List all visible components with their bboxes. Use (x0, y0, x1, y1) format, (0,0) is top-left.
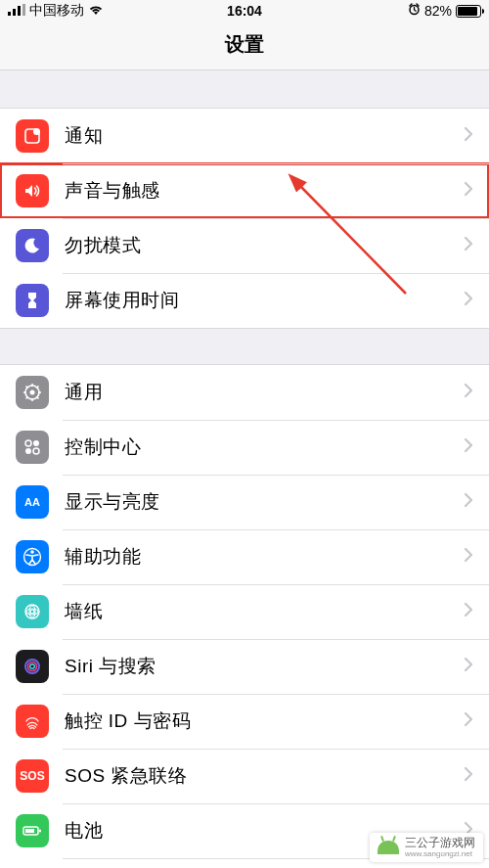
screen-time-icon (16, 284, 49, 317)
svg-point-6 (33, 128, 40, 135)
sos-label: SOS 紧急联络 (65, 763, 464, 789)
svg-point-23 (30, 550, 34, 554)
wallpaper-icon (16, 595, 49, 628)
svg-rect-17 (25, 440, 31, 446)
row-control-center[interactable]: 控制中心 (0, 420, 489, 475)
chevron-right-icon (464, 766, 473, 786)
sounds-icon (16, 174, 49, 207)
sos-icon: SOS (16, 759, 49, 793)
row-accessibility[interactable]: 辅助功能 (0, 529, 489, 584)
general-icon (16, 376, 49, 409)
chevron-right-icon (464, 126, 473, 146)
watermark-brand: 三公子游戏网 (405, 837, 475, 849)
display-label: 显示与亮度 (65, 489, 464, 515)
row-siri-search[interactable]: Siri 与搜索 (0, 639, 489, 694)
svg-point-30 (30, 664, 35, 669)
siri-label: Siri 与搜索 (65, 654, 464, 679)
display-icon: AA (16, 485, 49, 519)
row-touchid-passcode[interactable]: 触控 ID 与密码 (0, 694, 489, 749)
svg-point-29 (28, 662, 37, 671)
settings-group-notifications: 通知 声音与触感 勿扰模式 屏幕使用时间 (0, 108, 489, 329)
svg-text:AA: AA (24, 496, 40, 508)
chevron-right-icon (464, 437, 473, 457)
touchid-icon (16, 705, 49, 738)
general-label: 通用 (65, 380, 464, 405)
watermark: 三公子游戏网 www.sangongzi.net (370, 833, 483, 862)
page-title: 设置 (0, 22, 489, 70)
touchid-label: 触控 ID 与密码 (65, 708, 464, 734)
chevron-right-icon (464, 236, 473, 255)
chevron-right-icon (464, 657, 473, 676)
control-center-icon (16, 431, 49, 464)
chevron-right-icon (464, 181, 473, 201)
settings-group-general: 通用 控制中心 AA 显示与亮度 辅助功能 墙纸 Siri 与搜索 (0, 364, 489, 868)
dnd-label: 勿扰模式 (65, 233, 464, 258)
dnd-icon (16, 229, 49, 262)
row-do-not-disturb[interactable]: 勿扰模式 (0, 218, 489, 273)
svg-rect-20 (33, 448, 39, 454)
chevron-right-icon (464, 602, 473, 621)
siri-icon (16, 650, 49, 683)
svg-point-8 (30, 390, 35, 395)
battery-icon (456, 5, 481, 18)
row-emergency-sos[interactable]: SOS SOS 紧急联络 (0, 749, 489, 803)
row-sounds-haptics[interactable]: 声音与触感 (0, 163, 489, 218)
svg-point-24 (25, 605, 39, 618)
notifications-icon (16, 119, 49, 153)
row-notifications[interactable]: 通知 (0, 109, 489, 163)
screen-time-label: 屏幕使用时间 (65, 288, 464, 313)
watermark-domain: www.sangongzi.net (405, 849, 475, 858)
sounds-label: 声音与触感 (65, 178, 464, 204)
svg-rect-32 (39, 830, 41, 833)
accessibility-label: 辅助功能 (65, 544, 464, 570)
row-general[interactable]: 通用 (0, 365, 489, 420)
svg-rect-19 (25, 448, 31, 454)
chevron-right-icon (464, 711, 473, 731)
battery-row-icon (16, 814, 49, 847)
row-display-brightness[interactable]: AA 显示与亮度 (0, 475, 489, 529)
row-screen-time[interactable]: 屏幕使用时间 (0, 273, 489, 328)
wallpaper-label: 墙纸 (65, 599, 464, 624)
control-center-label: 控制中心 (65, 434, 464, 460)
accessibility-icon (16, 540, 49, 573)
chevron-right-icon (464, 291, 473, 310)
svg-rect-33 (25, 829, 34, 833)
status-bar: 中国移动 16:04 82% (0, 0, 489, 22)
android-icon (378, 841, 399, 854)
svg-point-25 (30, 610, 34, 614)
notifications-label: 通知 (65, 123, 464, 149)
chevron-right-icon (464, 492, 473, 512)
chevron-right-icon (464, 547, 473, 567)
chevron-right-icon (464, 383, 473, 402)
clock: 16:04 (0, 3, 489, 19)
row-wallpaper[interactable]: 墙纸 (0, 584, 489, 639)
svg-rect-18 (33, 440, 39, 446)
